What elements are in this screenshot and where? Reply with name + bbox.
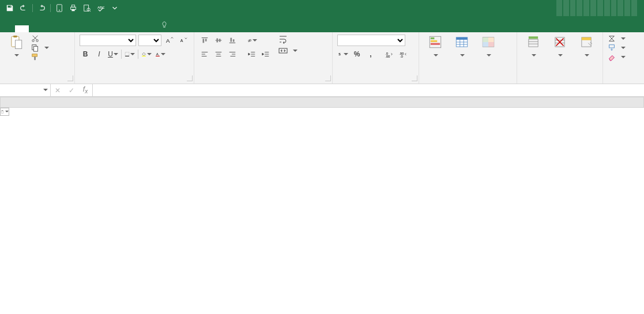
svg-rect-62 xyxy=(488,37,494,42)
print-preview-icon[interactable] xyxy=(81,2,93,14)
fill-button[interactable] xyxy=(608,44,626,52)
font-size-select[interactable] xyxy=(138,35,161,46)
svg-rect-53 xyxy=(431,43,440,45)
insert-function-icon[interactable]: fx xyxy=(78,84,92,96)
tab-data[interactable] xyxy=(84,25,98,32)
cancel-formula-icon[interactable]: ✕ xyxy=(51,84,65,96)
paste-icon xyxy=(9,35,24,50)
select-all-corner[interactable] xyxy=(1,97,644,108)
align-bottom-icon[interactable] xyxy=(227,35,238,46)
table-icon xyxy=(454,35,469,50)
paste-button[interactable] xyxy=(5,35,28,59)
svg-rect-55 xyxy=(456,37,468,40)
tab-file[interactable] xyxy=(1,25,15,32)
tab-view[interactable] xyxy=(112,25,126,32)
svg-rect-3 xyxy=(71,5,74,7)
percent-format-icon[interactable]: % xyxy=(351,48,363,60)
title-decoration xyxy=(556,0,637,16)
tab-help[interactable] xyxy=(126,25,140,32)
lightbulb-icon xyxy=(160,21,168,29)
font-name-select[interactable] xyxy=(80,35,136,46)
delete-cells-button[interactable] xyxy=(548,35,571,59)
autosum-button[interactable] xyxy=(608,35,626,43)
accounting-format-icon[interactable]: $ xyxy=(337,48,349,60)
clipboard-dialog-launcher[interactable] xyxy=(67,75,73,81)
merge-center-button[interactable] xyxy=(278,46,297,55)
increase-indent-icon[interactable] xyxy=(260,48,272,60)
format-painter-button[interactable] xyxy=(31,53,49,61)
group-alignment: ab xyxy=(194,32,333,84)
worksheet-grid[interactable] xyxy=(0,97,644,314)
paste-options-button[interactable] xyxy=(0,108,9,116)
font-color-icon: A xyxy=(155,50,160,58)
cell-styles-button[interactable] xyxy=(477,35,500,59)
increase-font-icon[interactable]: A xyxy=(164,35,175,46)
decrease-indent-icon[interactable] xyxy=(246,48,258,60)
tab-wps-pdf[interactable] xyxy=(140,25,153,32)
align-middle-icon[interactable] xyxy=(213,35,224,46)
align-right-icon[interactable] xyxy=(227,48,238,60)
svg-rect-78 xyxy=(2,110,3,111)
tab-new[interactable] xyxy=(29,25,43,32)
decrease-font-icon[interactable]: A xyxy=(178,35,189,46)
svg-text:ab: ab xyxy=(247,38,252,43)
group-styles xyxy=(419,32,517,84)
svg-rect-15 xyxy=(33,46,37,51)
svg-text:A: A xyxy=(180,39,183,43)
align-left-icon[interactable] xyxy=(199,48,210,60)
cut-button[interactable] xyxy=(31,35,49,43)
align-center-icon[interactable] xyxy=(213,48,224,60)
customize-qat-icon[interactable] xyxy=(108,2,121,14)
bucket-icon xyxy=(141,50,146,58)
formula-bar[interactable] xyxy=(93,84,644,96)
italic-button[interactable]: I xyxy=(93,48,105,60)
number-format-select[interactable] xyxy=(337,35,405,46)
tab-insert[interactable] xyxy=(43,25,57,32)
tell-me-search[interactable] xyxy=(153,17,179,32)
copy-button[interactable] xyxy=(31,44,49,52)
quick-print-icon[interactable] xyxy=(67,2,80,14)
tab-review[interactable] xyxy=(98,25,112,32)
fill-color-button[interactable] xyxy=(141,48,152,60)
bold-button[interactable]: B xyxy=(80,48,91,60)
clear-button[interactable] xyxy=(608,53,626,61)
svg-rect-22 xyxy=(142,56,146,56)
orientation-icon[interactable]: ab xyxy=(246,35,258,46)
redo-icon[interactable] xyxy=(35,2,48,14)
format-as-table-button[interactable] xyxy=(450,35,473,59)
align-top-icon[interactable] xyxy=(199,35,210,46)
spelling-icon[interactable]: ABC xyxy=(95,2,107,14)
font-color-button[interactable]: A xyxy=(155,48,166,60)
svg-rect-44 xyxy=(279,48,287,53)
svg-rect-4 xyxy=(71,9,74,12)
name-box[interactable] xyxy=(0,84,51,96)
touch-mode-icon[interactable] xyxy=(53,2,66,14)
tab-page-layout[interactable] xyxy=(57,25,70,32)
alignment-dialog-launcher[interactable] xyxy=(325,75,331,81)
svg-rect-76 xyxy=(609,45,615,48)
comma-format-icon[interactable]: , xyxy=(365,48,376,60)
font-dialog-launcher[interactable] xyxy=(187,75,193,81)
increase-decimal-icon[interactable]: .0.00 xyxy=(383,48,395,60)
underline-button[interactable]: U xyxy=(107,48,119,60)
undo-icon[interactable] xyxy=(17,2,30,14)
save-icon[interactable] xyxy=(3,2,16,14)
conditional-formatting-button[interactable] xyxy=(424,35,447,59)
cell-styles-icon xyxy=(481,35,496,50)
tab-home[interactable] xyxy=(15,25,29,32)
svg-rect-16 xyxy=(32,54,37,56)
formula-bar-row: ✕ ✓ fx xyxy=(0,84,644,97)
chevron-down-icon xyxy=(43,87,48,93)
number-dialog-launcher[interactable] xyxy=(412,75,417,81)
format-cells-button[interactable] xyxy=(575,35,598,59)
enter-formula-icon[interactable]: ✓ xyxy=(65,84,78,96)
tab-formulas[interactable] xyxy=(70,25,84,32)
border-button[interactable] xyxy=(124,48,135,60)
insert-cells-button[interactable] xyxy=(522,35,545,59)
group-editing xyxy=(603,32,644,84)
svg-rect-33 xyxy=(233,39,235,41)
svg-rect-32 xyxy=(231,38,232,42)
decrease-decimal-icon[interactable]: .00.0 xyxy=(397,48,409,60)
conditional-formatting-icon xyxy=(428,35,443,50)
wrap-text-button[interactable] xyxy=(278,35,297,44)
